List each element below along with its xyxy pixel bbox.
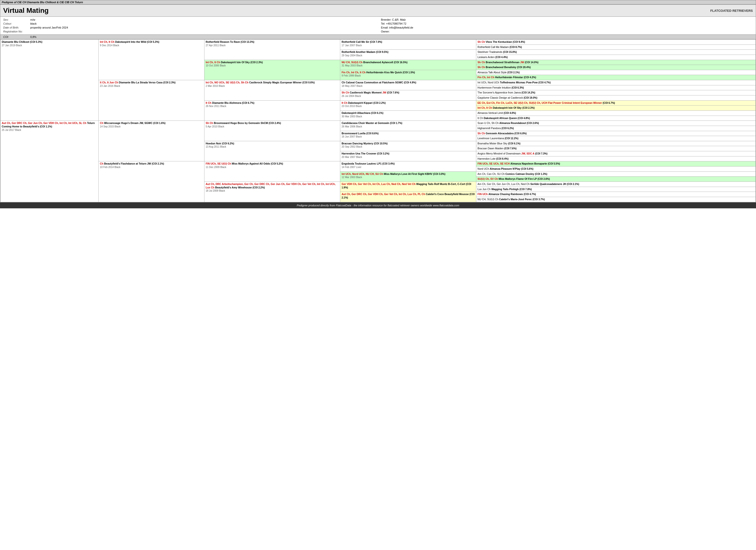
cell-hoedun-noir: Hoedun Noir (COI 6.2%) 13 Aug 2011 Black	[204, 141, 340, 161]
cell-diamante: Diamante Blu Chilkoot (COI 5.3%) 27 Jan …	[0, 40, 99, 121]
email-label: Email: info@beautyfield.de	[381, 26, 413, 29]
cell-wagging-tails-pinhigh: Lux Jun Ch Wagging Tails Pinhigh (COI 7.…	[476, 187, 756, 192]
cell-rotherfield-madam: Rotherfield Call Me Madam (COI 8.7%)	[476, 45, 756, 50]
sex-value: m/w	[30, 18, 35, 21]
table-row: Ch Beautyfield's Flashdance at Telurn JW…	[0, 161, 756, 167]
colour-value: black	[30, 22, 37, 25]
cell-gayplume: Gayplume Classic Design at Castlerock (C…	[476, 95, 756, 101]
cell-bramatha: Bramatha Mister Blue Sky (COI 6.1%)	[476, 141, 756, 146]
cell-almanza-chasing: FIN UCh Almanza Chasing Rainbows (COI 4.…	[476, 192, 756, 197]
cell-calzeat: Ch Calzeat Causa Commotion at Flatcharm …	[340, 80, 476, 90]
breed-label: FLATCOATED RETRIEVERS	[710, 9, 753, 13]
cell-beautyfields-amy: Aut Ch, DRC Arbeitschampion, Ger Ch, Ger…	[204, 182, 340, 202]
cell-rotherfield-call-sir: Rotherfield Call Me Sir (COI 7.0%) 17 Ja…	[340, 40, 476, 50]
cell-dakotaspirit-into: Int Ch, It Ch Dakotaspirit Into the Wild…	[99, 40, 204, 80]
owner-label: Owner:	[381, 30, 390, 33]
cell-comics-catman: Am Ch, Can Ch, SU Ch Comics Catman Doole…	[476, 171, 756, 177]
cell-ee-ch: EE Ch, Est Ch, Fin Ch, LuCh, SE U(U) Ch,…	[476, 100, 756, 106]
cell-beautyfields-flashdance: Ch Beautyfield's Flashdance at Telurn JW…	[99, 161, 204, 202]
cell-branchalwood-benalisky: Sh Ch Branchalwood Benalisky (COI 20.4%)	[476, 65, 756, 70]
cell-branchalwood: NU CH, SU(U) Ch Branchalwood Aylancoll (…	[340, 60, 476, 70]
cell-candidacasa: Candidacasa Choir Master at Gemswin (COI…	[340, 121, 476, 131]
info-section: Sex: m/w Colour: black Date of Birth: pr…	[0, 17, 756, 35]
breeder-label: Breeder: C.&R. Malz	[381, 18, 406, 21]
cell-telurn: Aut Ch, Ger DRC Ch, Ger Jun Ch, Ger VDH …	[0, 121, 99, 202]
cell-broomsward-luella: Broomsward Luella (COI 8.6%) 16 Jun 2007…	[340, 131, 476, 141]
cell-harrendon-lute: Harrendon Lute (COI 8.4%)	[476, 156, 756, 161]
sex-label: Sex:	[3, 18, 30, 21]
cell-heilurihanndn-filmstar: Fin Ch, Int Ch Heilurihännän Filmstar (C…	[476, 75, 756, 80]
cell-harrendon-una: Harrendon Una The Crooner (COI 3.2%) 20 …	[340, 151, 476, 161]
table-row: Aut Ch, Ger DRC Ch, Ger Jun Ch, Ger VDH …	[0, 121, 756, 126]
cell-castlerock-magic: Sh Ch Castlerock Magic Moment JW (COI 7.…	[340, 90, 476, 100]
cell-engsboda: Engsboda Toulouse Lautrec LP1 (COI 3.4%)…	[340, 161, 476, 171]
tel-label: Tel: +4917080794 72	[381, 22, 406, 25]
colour-label: Colour:	[3, 22, 30, 25]
cell-toffedreams: Int UCh, Nord UCh Toffedreams Micmac Pow…	[476, 80, 756, 85]
cell-angico: Angico Merry Minstrel of Downstream JW, …	[476, 151, 756, 156]
table-row: It Ch, It Jun Ch Diamante Blu La Strada …	[0, 80, 756, 85]
cell-bracsan-dancing: Bracsan Dancing Mystery (COI 10.5%) 20 S…	[340, 141, 476, 151]
cell-highammill: Highammill Pandora (COI 6.2%)	[476, 126, 756, 131]
info-right: Breeder: C.&R. Malz Tel: +4917080794 72 …	[378, 17, 756, 34]
cell-dakotaspirit-isle-sky2: Int Ch, It Ch Dakotaspirit Isle Of Sky (…	[476, 106, 756, 111]
cell-miss-mallorys: FIN UCh, SE U(U) Ch Miss Mallorys Agains…	[204, 161, 340, 182]
cell-almanza-talk: Almanza Talk About Style (COI 2.1%)	[476, 70, 756, 75]
cell-wiccanssage: Ch Wiccanssage Hugo's Dream JW, SGWC (CO…	[99, 121, 204, 161]
pedigree-table: Diamante Blu Chilkoot (COI 5.3%) 27 Jan …	[0, 39, 756, 202]
cell-leskaris: Leskaris Arden (COI 4.4%)	[476, 55, 756, 60]
cell-serlide: Am Ch, Ger Ch, Ger Jun Ch, Lux Ch, Ned C…	[476, 182, 756, 187]
cell-branchalwood-strathfinnan: Sh Ch Branchalwood Strathfinnan JW (COI …	[476, 60, 756, 65]
reg-label: Registration No:	[3, 30, 30, 33]
cell-miss-mallorys-flame: SU(U) Ch, SV Ch Miss Mallorys Flame Of F…	[476, 177, 756, 182]
cell-bracsan-dawn: Bracsan Dawn Maiden (COI 7.6%)	[476, 146, 756, 151]
cell-dakotaspirit-african: It Ch Dakotaspirit African Queen (COI 4.…	[476, 116, 756, 121]
footer-text: Pedigree produced directly from Flatcoat…	[297, 204, 459, 207]
dob-value: properbly around Jan/Feb 2024	[30, 26, 68, 29]
cell-gemswin-abracadabra: Sh Ch Gemswin Abracadabra (COI 6.8%)	[476, 131, 756, 136]
cell-dakotaspirit-albachiara: Dakotaspirit Albachiara (COI 6.1%) 30 Ma…	[340, 110, 476, 121]
cell-levelmoor: Levelmoor Laurentiana (COI 12.2%)	[476, 136, 756, 141]
coi-label: COI:	[3, 35, 30, 38]
cell-dakotaspirit-kippari: It Ch Dakotaspirit Kippari (COI 2.2%) 23…	[340, 100, 476, 110]
header-title-bar: Pedigree of CIE CH Diamante Blu Chilkoot…	[0, 0, 756, 4]
cell-wagging-tails-rolf: Ger VDH Ch, Ger Vet Ch, Int Ch, Lux Ch, …	[340, 182, 476, 192]
cell-broomsward: Sh Ch Broomsward Hugo Boss by Gemswin Sh…	[204, 121, 340, 141]
cell-rotherfield-reason: Rotherfield Reason To Rave (COI 13.3%) 2…	[204, 40, 340, 60]
cell-castlerock: Int Ch, NO UCh, SE U(U) Ch, Sh Ch Castle…	[204, 80, 340, 101]
cell-diamante-strada: It Ch, It Jun Ch Diamante Blu La Strada …	[99, 80, 204, 121]
main-header: Virtual Mating FLATCOATED RETRIEVERS	[0, 4, 756, 17]
cell-heilurihanndn-kiss: Fin Ch, Int Ch, It Ch Heilurihännän Kiss…	[340, 70, 476, 80]
cell-miss-mallorys-love: Int UCh, Nord UCh, NU CH, SU Ch Miss Mal…	[340, 171, 476, 182]
cell-almanza-napoleon: FIN UCh, SE UCh, SE VCH Almanza Napoleon…	[476, 161, 756, 167]
pedigree-container: Diamante Blu Chilkoot (COI 5.3%) 27 Jan …	[0, 39, 756, 202]
info-left: Sex: m/w Colour: black Date of Birth: pr…	[0, 17, 378, 34]
cell-diamante-alohmora: It Ch Diamante Blu Alohmora (COI 6.7%) 2…	[204, 100, 340, 121]
cell-vbos: Sh Ch Vbos The Kentuckian (COI 9.4%)	[476, 40, 756, 45]
coi-value: 0,8%	[30, 35, 36, 38]
cell-almanza-vertical: Almanza Vertical Limit (COI 4.0%)	[476, 110, 756, 116]
table-row: Diamante Blu Chilkoot (COI 5.3%) 27 Jan …	[0, 40, 756, 45]
page-title: Virtual Mating	[3, 7, 49, 15]
coi-row: COI: 0,8%	[0, 35, 756, 39]
cell-steelriver: Steelriver Tradewinds (COI 15.0%)	[476, 50, 756, 55]
footer: Pedigree produced directly from Flatcoat…	[0, 202, 756, 208]
cell-almanza-roundabout: Scan U Ch, Sh Ch Almanza Roundabout (COI…	[476, 121, 756, 126]
cell-almanza-pleasure: Nord UCh Almanza Pleasure N'Play (COI 5.…	[476, 167, 756, 172]
cell-dakotaspirit-isle: Int Ch, It Ch Dakotaspirit Isle Of Sky (…	[204, 60, 340, 80]
cell-huntermoon: Huntermoon Female Intuition (COI 6.3%)	[476, 85, 756, 90]
dob-label: Date of Birth:	[3, 26, 30, 29]
cell-rotherfield-another-madam: Rotherfield Another Madam (COI 9.5%) 29 …	[340, 50, 476, 60]
cell-calebris-coco: Aut Ch, Ger DRC Ch, Ger VDH Ch, Ger Vet …	[340, 192, 476, 202]
cell-sorcerer: The Sorcerer's Apprentice from Jaeva (CO…	[476, 90, 756, 95]
cell-calebris-marie: NU CH, SU(U) Ch Calebri's Marie-José Per…	[476, 197, 756, 202]
